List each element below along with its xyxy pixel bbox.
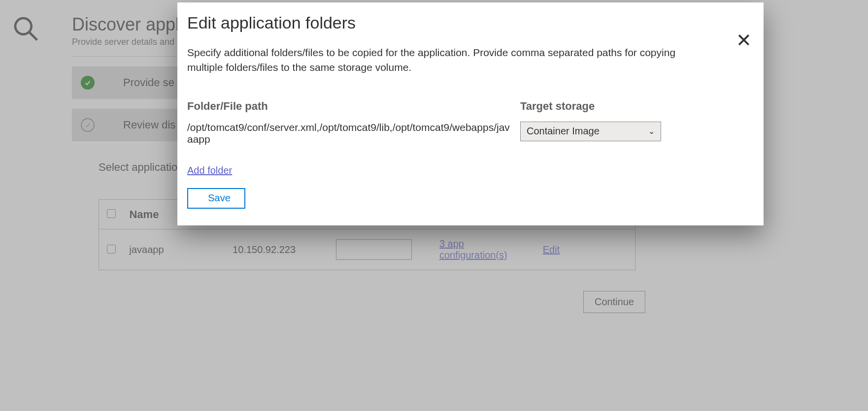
save-button[interactable]: Save [187, 188, 245, 209]
path-label: Folder/File path [187, 100, 510, 113]
close-icon[interactable]: ✕ [736, 31, 752, 50]
chevron-down-icon: ⌄ [648, 126, 655, 136]
add-folder-link[interactable]: Add folder [187, 165, 232, 176]
edit-application-folders-modal: Edit application folders ✕ Specify addit… [177, 2, 764, 225]
target-storage-value: Container Image [527, 126, 648, 137]
modal-description: Specify additional folders/files to be c… [187, 32, 704, 75]
modal-title: Edit application folders [187, 13, 747, 32]
target-storage-label: Target storage [520, 100, 662, 113]
target-storage-select[interactable]: Container Image ⌄ [520, 122, 661, 141]
folder-path-value: /opt/tomcat9/conf/server.xml,/opt/tomcat… [187, 122, 510, 145]
